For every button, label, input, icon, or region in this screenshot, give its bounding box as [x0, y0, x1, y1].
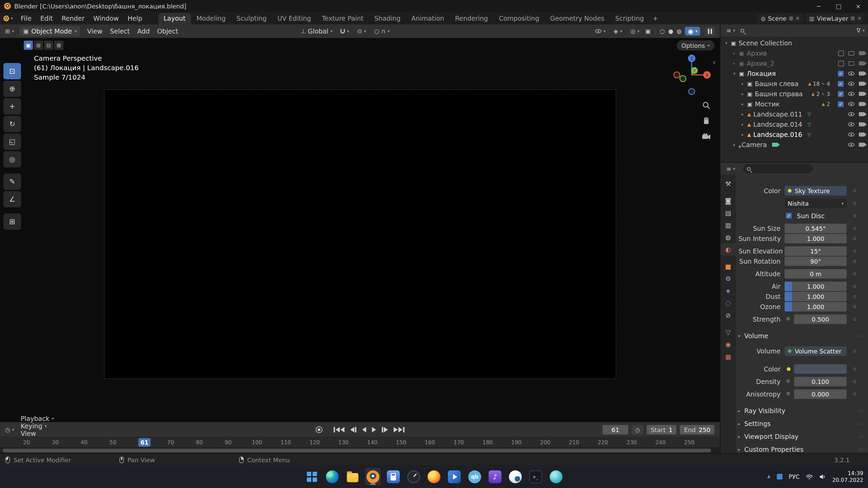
remove-viewlayer-icon[interactable]: × [857, 15, 862, 21]
select-mode-invert[interactable]: ⊠ [54, 41, 63, 50]
panel-settings[interactable]: ▸Settings∷∷ [737, 419, 865, 428]
blender-taskbar-button[interactable] [365, 468, 381, 486]
play-reverse-button[interactable] [362, 427, 366, 432]
unlink-scene-icon[interactable]: × [795, 15, 800, 21]
viewport-menu-view[interactable]: View [83, 27, 106, 35]
disable-in-viewports-icon[interactable] [848, 51, 854, 56]
panel-volume-header[interactable]: ▾Volume∷∷ [737, 331, 865, 341]
animate-decorator-icon[interactable] [853, 350, 856, 352]
hide-in-viewport-icon[interactable] [848, 122, 854, 126]
panel-custom-properties[interactable]: ▸Custom Properties∷∷ [737, 445, 865, 454]
panel-ray-visibility[interactable]: ▸Ray Visibility∷∷ [737, 406, 865, 415]
firefox-taskbar-button[interactable] [426, 468, 442, 486]
viewport-menu-select[interactable]: Select [106, 27, 134, 35]
properties-search-input[interactable] [743, 164, 813, 173]
disclosure-open-icon[interactable]: ▾ [724, 41, 729, 45]
menu-window[interactable]: Window [89, 15, 123, 22]
hide-in-viewport-icon[interactable] [848, 72, 854, 76]
shading-solid-button[interactable]: ● [668, 28, 673, 35]
animate-decorator-icon[interactable] [853, 368, 856, 370]
gizmos-dropdown[interactable]: ◈▾ [611, 26, 625, 36]
disable-in-renders-icon[interactable] [859, 122, 865, 126]
value-field[interactable]: 0.000 [794, 389, 847, 399]
transform-tool[interactable]: ◎ [3, 151, 21, 167]
explorer-taskbar-button[interactable] [345, 468, 360, 486]
workspace-tab-texture-paint[interactable]: Texture Paint [316, 13, 369, 24]
tool-properties-tab[interactable]: ⚒ [721, 178, 736, 190]
globe-taskbar-button[interactable] [508, 468, 523, 486]
checkbox-icon[interactable]: ✓ [838, 71, 844, 77]
options-dropdown[interactable]: Options ▾ [677, 40, 714, 50]
navigation-gizmo[interactable]: Z X Y [670, 53, 714, 97]
outliner-row-landscape-014[interactable]: ▸▲Landscape.014▽ [721, 119, 868, 129]
disable-in-renders-icon[interactable] [772, 143, 778, 147]
proportional-editing-toggle[interactable]: ○ ∩ ▾ [372, 26, 392, 36]
workspace-tab-modeling[interactable]: Modeling [191, 13, 231, 24]
cursor-tool[interactable]: ⊕ [3, 81, 21, 97]
edge-taskbar-button[interactable] [324, 468, 340, 486]
start-frame-field[interactable]: Start 1 [647, 425, 676, 434]
disclosure-closed-icon[interactable]: ▸ [732, 51, 737, 56]
value-field[interactable]: 0.545° [785, 224, 847, 233]
zoom-button[interactable] [701, 100, 712, 111]
menu-render[interactable]: Render [57, 15, 89, 22]
music-taskbar-button[interactable] [487, 468, 503, 486]
hide-in-viewport-icon[interactable] [848, 112, 854, 116]
move-tool[interactable]: + [3, 98, 21, 115]
texture-properties-tab[interactable]: ▦ [721, 350, 736, 363]
animate-decorator-icon[interactable] [853, 272, 856, 275]
show-gizmo-dropdown[interactable]: ▾ [593, 26, 608, 36]
shading-material-button[interactable]: ◍ [677, 28, 682, 35]
gizmo-negative-x-axis[interactable] [674, 72, 680, 78]
outliner-row-scene-collection[interactable]: ▾▣Scene Collection [721, 38, 868, 48]
mode-dropdown[interactable]: ▣ Object Mode ▾ [20, 26, 80, 36]
checkbox-unchecked-icon[interactable] [838, 50, 844, 56]
animate-decorator-icon[interactable] [853, 250, 856, 252]
animate-decorator-icon[interactable] [853, 318, 856, 321]
volume-icon[interactable] [819, 474, 826, 480]
close-button[interactable]: × [848, 0, 868, 12]
annotate-tool[interactable]: ✎ [3, 174, 21, 190]
value-field[interactable]: 0.500 [794, 314, 847, 324]
snap-target-dropdown[interactable]: ⊙ ▾ [355, 26, 368, 36]
disable-in-renders-icon[interactable] [859, 51, 865, 55]
measure-tool[interactable]: ∠ [3, 191, 21, 207]
tray-overflow-chevron-icon[interactable]: ∧ [767, 474, 771, 480]
viewport-menu-add[interactable]: Add [134, 27, 154, 35]
animate-decorator-icon[interactable] [853, 260, 856, 263]
playhead[interactable]: 61 [138, 438, 151, 447]
panel-viewport-display[interactable]: ▸Viewport Display∷∷ [737, 432, 865, 441]
snap-toggle[interactable]: ▾ [338, 26, 351, 36]
workspace-tab-compositing[interactable]: Compositing [493, 13, 545, 24]
outliner-row-архив-2[interactable]: ▸▣Архив_2 [721, 58, 868, 68]
disclosure-closed-icon[interactable]: ▸ [740, 122, 745, 127]
hide-in-viewport-icon[interactable] [848, 133, 854, 137]
add-cube-tool[interactable]: ⊞ [3, 214, 21, 230]
menu-help[interactable]: Help [123, 15, 146, 22]
physics-properties-tab[interactable]: ◌ [721, 297, 736, 309]
gizmo-negative-z-axis[interactable] [689, 88, 695, 95]
previous-keyframe-button[interactable] [350, 427, 356, 432]
outliner-row-локация[interactable]: ▾▣Локация✓ [721, 68, 868, 79]
timeline-menu-playback[interactable]: Playback▾ [17, 415, 57, 422]
checkbox-icon[interactable]: ✓ [838, 101, 844, 107]
slider-field[interactable]: 1.000 [785, 302, 847, 311]
pan-view-button[interactable] [701, 115, 712, 127]
hide-in-viewport-icon[interactable] [848, 143, 854, 147]
select-box-tool[interactable]: ⊡ [3, 63, 21, 79]
auto-keyframe-button[interactable] [316, 426, 322, 433]
disable-in-viewports-icon[interactable] [848, 61, 854, 66]
disclosure-open-icon[interactable]: ▾ [732, 71, 737, 76]
play-button[interactable] [372, 427, 376, 432]
color-swatch[interactable] [794, 364, 847, 374]
value-field[interactable]: 1.000 [785, 234, 847, 243]
filter-icon[interactable]: ∇ [857, 27, 861, 34]
hide-in-viewport-icon[interactable] [848, 82, 854, 86]
animate-decorator-icon[interactable] [853, 285, 856, 288]
new-viewlayer-icon[interactable]: ⊞ [851, 15, 855, 21]
outliner-row-мостик[interactable]: ▸▣Мостик▲2✓ [721, 99, 868, 109]
outliner-row-landscape-011[interactable]: ▸▲Landscape.011▽ [721, 109, 868, 119]
particles-properties-tab[interactable]: ∗ [721, 285, 736, 297]
output-properties-tab[interactable]: ▤ [721, 207, 736, 219]
maximize-button[interactable]: □ [829, 0, 848, 12]
